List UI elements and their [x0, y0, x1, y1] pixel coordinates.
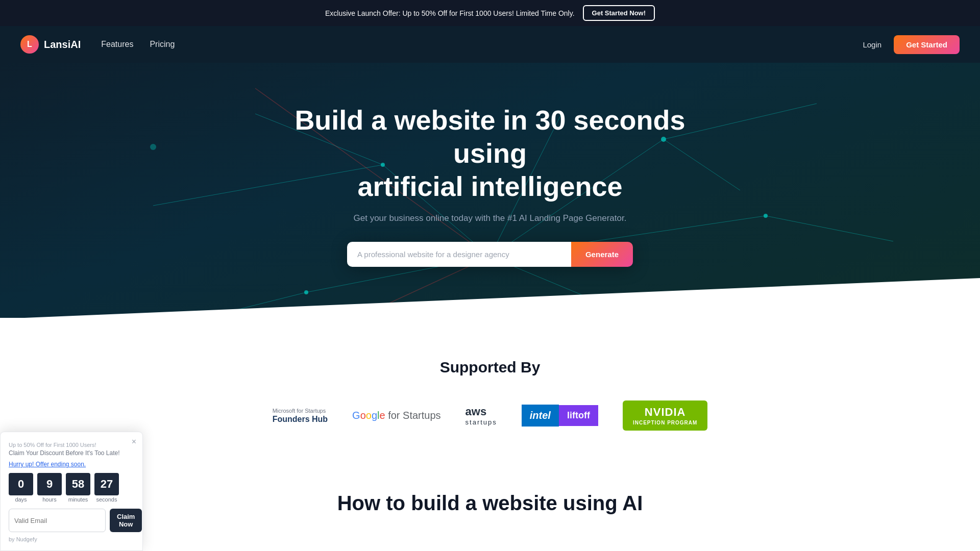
countdown-form: Claim Now	[9, 509, 134, 532]
hero-search-input[interactable]	[347, 242, 571, 267]
nav-features-link[interactable]: Features	[101, 40, 133, 48]
svg-point-17	[764, 214, 768, 218]
hero-form: Generate	[347, 242, 633, 267]
supported-by-section: Supported By Microsoft for Startups Foun…	[0, 318, 980, 461]
days-label: days	[15, 496, 27, 503]
intel-liftoff-logo: intel liftoff	[522, 405, 598, 427]
aws-top: aws	[465, 405, 487, 418]
minutes-label: minutes	[68, 496, 88, 503]
how-heading: How to build a website using AI	[20, 492, 960, 515]
nav-pricing-link[interactable]: Pricing	[150, 40, 175, 48]
svg-line-10	[766, 216, 893, 241]
seconds-label: seconds	[96, 496, 117, 503]
logo-icon: L	[20, 35, 39, 54]
minutes-value: 58	[66, 473, 90, 495]
supported-heading: Supported By	[20, 359, 960, 376]
banner-text: Exclusive Launch Offer: Up to 50% Off fo…	[325, 9, 575, 17]
logo-text: LansiAI	[44, 39, 81, 51]
navbar: L LansiAI Features Pricing Login Get Sta…	[0, 26, 980, 63]
minutes-unit: 58 minutes	[66, 473, 90, 503]
svg-point-20	[150, 144, 156, 150]
ms-line1: Microsoft for Startups	[273, 408, 326, 414]
nvidia-name: NVIDIA	[645, 406, 686, 419]
banner-cta-button[interactable]: Get Started Now!	[583, 5, 655, 21]
nav-right: Login Get Started	[863, 35, 960, 54]
hours-label: hours	[42, 496, 57, 503]
hours-value: 9	[37, 473, 62, 495]
seconds-value: 27	[94, 473, 119, 495]
countdown-footer: by Nudgefy	[9, 536, 134, 542]
get-started-nav-button[interactable]: Get Started	[894, 35, 960, 54]
days-value: 0	[9, 473, 33, 495]
logo-link[interactable]: L LansiAI	[20, 35, 81, 54]
nav-links: Features Pricing	[101, 40, 175, 49]
google-logo: Google for Startups	[352, 410, 440, 421]
svg-point-18	[304, 290, 308, 294]
countdown-email-input[interactable]	[9, 509, 106, 532]
hero-subheading: Get your business online today with the …	[354, 213, 627, 223]
nvidia-logo: NVIDIA INCEPTION PROGRAM	[623, 400, 707, 431]
claim-now-button[interactable]: Claim Now	[110, 509, 142, 532]
aws-bottom: startups	[465, 418, 497, 426]
countdown-title: Up to 50% Off for First 1000 Users!	[9, 440, 134, 448]
countdown-close-button[interactable]: ×	[132, 437, 136, 446]
seconds-unit: 27 seconds	[94, 473, 119, 503]
top-banner: Exclusive Launch Offer: Up to 50% Off fo…	[0, 0, 980, 26]
hours-unit: 9 hours	[37, 473, 62, 503]
nvidia-program: INCEPTION PROGRAM	[633, 420, 697, 425]
aws-logo: aws startups	[465, 405, 497, 426]
login-button[interactable]: Login	[863, 40, 881, 49]
intel-box: intel	[522, 405, 559, 427]
countdown-widget: × Up to 50% Off for First 1000 Users! Cl…	[0, 432, 143, 545]
microsoft-logo: Microsoft for Startups Founders Hub	[273, 408, 328, 424]
countdown-timer: 0 days 9 hours 58 minutes 27 seconds	[9, 473, 134, 503]
liftoff-box: liftoff	[559, 405, 598, 426]
countdown-subtitle: Claim Your Discount Before It's Too Late…	[9, 449, 134, 457]
generate-button[interactable]: Generate	[571, 242, 633, 267]
hero-heading: Build a website in 30 seconds using arti…	[286, 104, 694, 203]
how-section: How to build a website using AI	[0, 461, 980, 545]
ms-line2: Founders Hub	[273, 415, 328, 424]
hero-section: Build a website in 30 seconds using arti…	[0, 63, 980, 318]
days-unit: 0 days	[9, 473, 33, 503]
countdown-hurry-link[interactable]: Hurry up! Offer ending soon.	[9, 461, 134, 468]
logos-row: Microsoft for Startups Founders Hub Goog…	[20, 400, 960, 431]
